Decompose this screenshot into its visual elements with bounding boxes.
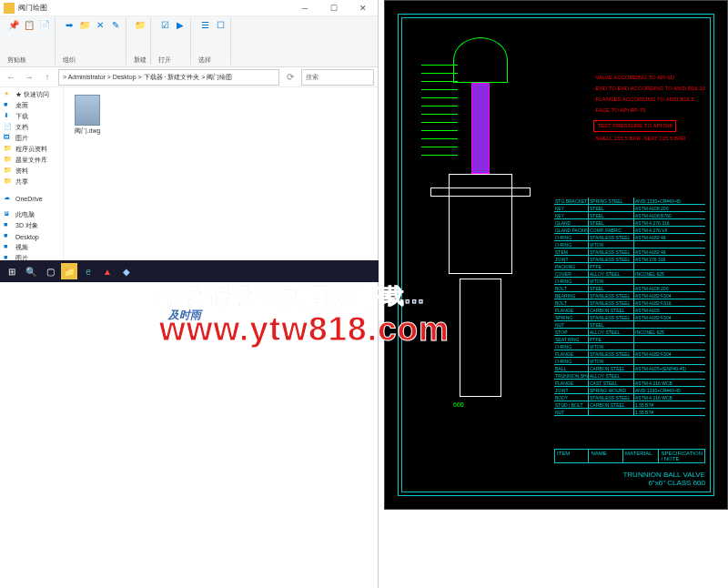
window-title: 阀门绘图 [18,3,294,13]
windows-taskbar: ⊞ 🔍 ▢ 📁 e ▲ ◆ [0,260,379,282]
cad-drawing-area[interactable]: 660 -VALVE ACCORDING TO API 6D -END TO E… [385,1,727,509]
drawing-title: TRUNNION BALL VALVE [622,471,705,479]
ribbon-select: ☰ ☐ 选择 [195,18,231,65]
bom-col-material: MATERIAL [623,450,659,462]
ribbon-organize: ➡ 📁 ✕ ✎ 组织 [59,18,126,65]
sidebar-item[interactable]: ■桌面 [2,100,61,111]
bom-col-name: NAME [589,450,622,462]
bom-row: O-RINGVITON [554,241,705,248]
leader-lines [421,65,458,163]
cad-viewer-panel: 660 -VALVE ACCORDING TO API 6D -END TO E… [384,0,728,510]
refresh-button[interactable]: ⟳ [283,70,298,85]
sidebar-item[interactable]: ■3D 对象 [2,220,61,231]
sidebar-item[interactable]: ■视频 [2,242,61,253]
bom-row: GLANDSTEELASTM A 276 316 [554,219,705,227]
bom-row: GLAND PACKINGCOMP. FABRICASTM A 276 VII [554,227,705,234]
bom-col-spec: SPECIFICATION / NOTE [659,450,704,462]
minimize-button[interactable]: ─ [294,2,316,15]
back-button[interactable]: ← [4,70,18,85]
valve-body [449,174,512,274]
bom-row: BALLCARBON STEELASTM A105+(ENP40-45) [554,365,705,372]
test-line: -SHELL 155.5 BAR -SEAT 115.5 BAR [593,135,705,143]
bom-row: JOINTSTAINLESS STEELASTM 276 316 [554,256,705,263]
bom-row: KEYSTEELASTM A108 B760 [554,212,705,219]
bom-row: BEARINGSTAINLESS STEELASTM A182 F304 [554,292,705,299]
file-list-area[interactable]: 阀门.dwg [64,87,378,269]
pin-icon[interactable]: 📌 [7,18,20,31]
bom-row: COVERALLOY STEELINCONEL 625 [554,270,705,278]
bom-row: FLANGECARBON STEELASTM A105 [554,307,705,314]
sidebar-item[interactable]: 📁资料 [2,166,61,177]
ribbon-new: 📁 新建 [130,18,151,65]
task-view-icon[interactable]: ▢ [42,263,58,279]
window-titlebar: 阀门绘图 ─ ☐ ✕ [0,0,378,16]
open-icon[interactable]: ▶ [174,18,187,31]
note-line: -FACE TO API RP-75 [593,106,705,115]
drawing-subtitle: 6"x6" CLASS 600 [622,479,705,487]
properties-icon[interactable]: ☑ [158,18,171,31]
sidebar-item[interactable]: 📁题量文件库 [2,155,61,166]
up-button[interactable]: ↑ [40,70,55,85]
sidebar-item[interactable]: ■Desktop [2,231,61,242]
bom-row: SPRINGSTAINLESS STEELASTM A182 F304 [554,314,705,321]
test-pressure-box: TEST PRESSURE TO API 598 [593,120,675,132]
bom-row: STEMSTAINLESS STEELASTM A182 46 [554,248,705,256]
bom-row: O-RINGVITON [554,358,705,365]
start-button[interactable]: ⊞ [4,263,20,279]
bom-row: BOLTSTAINLESS STEELASTM A182 F316 [554,299,705,307]
maximize-button[interactable]: ☐ [323,2,345,15]
delete-icon[interactable]: ✕ [94,18,106,31]
sidebar-this-pc[interactable]: 🖥此电脑 [2,209,61,220]
paste-icon[interactable]: 📄 [38,18,51,31]
select-all-icon[interactable]: ☰ [198,18,211,31]
drawing-title-block: TRUNNION BALL VALVE 6"x6" CLASS 600 [622,471,705,487]
bom-row: NUTSTEEL [554,321,705,329]
sidebar-onedrive[interactable]: ☁OneDrive [2,193,61,204]
new-folder-icon[interactable]: 📁 [134,18,147,31]
bom-row: FLANGECAST STEELASTM A 216 WCB [554,380,705,387]
sidebar-item[interactable]: 📄文档 [2,122,61,133]
breadcrumb[interactable]: > Administrator > Desktop > 下载器 · 新建文件夹 … [58,69,279,86]
bom-row: STUD / BOLTCARBON STEEL1.55 B7# [554,401,705,409]
copy-icon[interactable]: 📋 [23,18,35,31]
bom-col-item: ITEM [555,450,589,462]
bom-row: O-RINGVITON [554,343,705,350]
bom-row: JOINTSPRING WOUNDANSI 1330+CR#40-45 [554,387,705,394]
bom-row: O-RINGSTAINLESS STEELASTM A182 46 [554,234,705,241]
sidebar-item[interactable]: 📁程序员资料 [2,144,61,155]
sidebar-item[interactable]: ⬇下载 [2,111,61,122]
explorer-panel: 阀门绘图 ─ ☐ ✕ 📌 📋 📄 剪贴板 ➡ 📁 ✕ [0,0,379,588]
note-line: -END TO END ACCORDING TO ANSI B16.10 [593,85,705,93]
app-icon[interactable]: ◆ [118,263,135,279]
explorer-body: ★★ 快速访问 ■桌面 ⬇下载 📄文档 🖼图片 📁程序员资料 📁题量文件库 📁资… [0,87,378,269]
file-label: 阀门.dwg [75,127,101,136]
select-none-icon[interactable]: ☐ [214,18,227,31]
forward-button[interactable]: → [22,70,36,85]
bom-row: KEYSTEELASTM A108 200 [554,205,705,212]
valve-drawing: 660 [421,28,540,447]
copy-to-icon[interactable]: 📁 [78,18,91,31]
file-item[interactable]: 阀门.dwg [71,95,104,136]
bom-table: STG.BRACKETSPRING STEELANSI 1330+CR#40-4… [554,198,705,416]
bom-row: SEAT RINGPTFE [554,336,705,343]
search-input[interactable] [301,69,374,86]
bom-row: STG.BRACKETSPRING STEELANSI 1330+CR#40-4… [554,198,705,205]
bom-row: BODYSTAINLESS STEELASTM A 216 WCB [554,394,705,401]
rename-icon[interactable]: ✎ [109,18,122,31]
sidebar-quick-access[interactable]: ★★ 快速访问 [2,89,61,100]
explorer-taskbar-icon[interactable]: 📁 [61,263,77,279]
bom-row: STOPALLOY STEELINCONEL 625 [554,329,705,336]
edge-icon[interactable]: e [80,263,96,279]
close-button[interactable]: ✕ [352,2,374,15]
app-icon[interactable]: ▲ [99,263,116,279]
ribbon-clipboard: 📌 📋 📄 剪贴板 [4,18,56,65]
note-line: -VALVE ACCORDING TO API 6D [593,74,705,82]
dimension-label: 660 [453,401,464,408]
sidebar-item[interactable]: 🖼图片 [2,133,61,144]
ribbon-open: ☑ ▶ 打开 [155,18,191,65]
drawing-notes: -VALVE ACCORDING TO API 6D -END TO END A… [593,74,705,146]
bom-row: NUT1.55 B7# [554,409,705,416]
search-icon[interactable]: 🔍 [23,263,39,279]
move-icon[interactable]: ➡ [63,18,76,31]
sidebar-item[interactable]: 📁共享 [2,177,61,188]
